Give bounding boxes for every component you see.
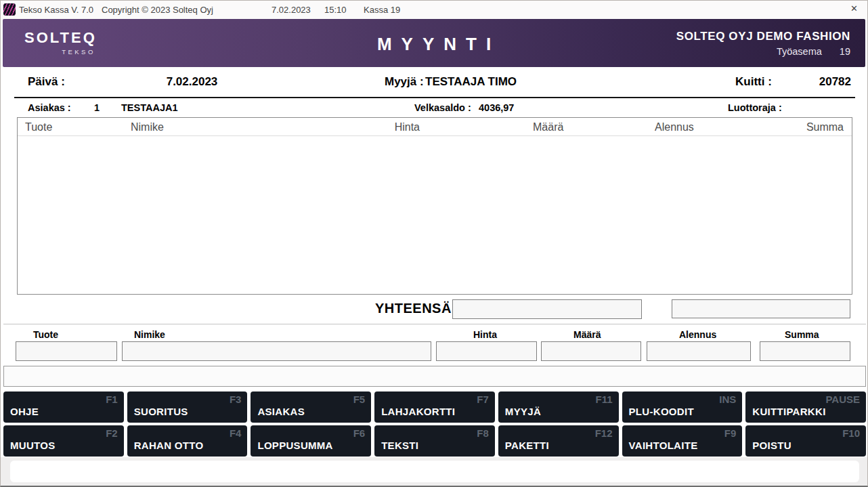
status-strip	[1, 457, 867, 487]
total-secondary-box	[672, 299, 850, 318]
tuote-input[interactable]	[16, 341, 117, 361]
date-label: Päivä :	[28, 75, 65, 89]
credit-limit-label: Luottoraja :	[728, 102, 782, 113]
button-key: F1	[106, 394, 118, 405]
workstation-label: Työasema	[777, 46, 822, 57]
header-store-block: SOLTEQ OYJ DEMO FASHION Työasema 19	[676, 30, 850, 57]
entry-label-summa: Summa	[785, 329, 819, 340]
command-input[interactable]	[3, 366, 866, 387]
status-bar	[10, 461, 859, 482]
alennus-input[interactable]	[647, 341, 751, 361]
entry-label-alennus: Alennus	[679, 329, 716, 340]
button-key: F2	[106, 427, 118, 439]
seller-value: TESTAAJA TIMO	[425, 75, 517, 89]
app-header: SOLTEQ TEKSO MYYNTI SOLTEQ OYJ DEMO FASH…	[3, 19, 865, 67]
button-paketti[interactable]: PAKETTI F12	[498, 425, 619, 457]
button-key: PAUSE	[825, 394, 860, 405]
button-label: LAHJAKORTTI	[381, 406, 455, 417]
button-label: LOPPUSUMMA	[257, 440, 332, 451]
divider	[14, 97, 855, 98]
receipt-label: Kuitti :	[735, 75, 772, 89]
entry-label-maara: Määrä	[573, 329, 601, 340]
total-label: YHTEENSÄ	[375, 301, 452, 316]
entry-label-nimike: Nimike	[134, 329, 165, 340]
button-label: OHJE	[10, 406, 39, 417]
button-muutos[interactable]: MUUTOS F2	[3, 425, 124, 457]
app-window: Tekso Kassa V. 7.0 Copyright © 2023 Solt…	[0, 0, 868, 487]
debt-label: Velkasaldo :	[414, 102, 471, 113]
button-teksti[interactable]: TEKSTI F8	[374, 425, 495, 457]
button-label: ASIAKAS	[257, 406, 305, 417]
nimike-input[interactable]	[122, 341, 431, 361]
button-poistu[interactable]: POISTU F10	[745, 425, 866, 457]
button-myyja[interactable]: MYYJÄ F11	[498, 391, 619, 423]
button-rahan-otto[interactable]: RAHAN OTTO F4	[127, 425, 248, 457]
close-icon[interactable]: ✕	[848, 3, 861, 14]
column-nimike: Nimike	[131, 121, 164, 133]
maara-input[interactable]	[541, 341, 641, 361]
workstation-info: Työasema 19	[676, 46, 850, 57]
button-label: POISTU	[752, 440, 791, 451]
button-label: RAHAN OTTO	[134, 440, 204, 451]
app-icon	[3, 3, 16, 16]
customer-number: 1	[94, 102, 100, 113]
customer-name: TESTAAJA1	[121, 102, 178, 113]
button-key: F6	[353, 427, 366, 439]
copyright-text: Copyright © 2023 Solteq Oyj	[102, 5, 213, 15]
button-label: TEKSTI	[381, 440, 418, 451]
app-title: Tekso Kassa V. 7.0	[19, 5, 93, 15]
column-maara: Määrä	[533, 121, 563, 133]
button-suoritus[interactable]: SUORITUS F3	[127, 391, 248, 423]
button-plu-koodit[interactable]: PLU-KOODIT INS	[622, 391, 743, 423]
titlebar-time: 15:10	[324, 5, 347, 15]
seller-label: Myyjä :	[385, 75, 424, 89]
button-label: PAKETTI	[505, 440, 549, 451]
button-kuittiparkki[interactable]: KUITTIPARKKI PAUSE	[745, 391, 866, 423]
button-key: INS	[719, 394, 736, 405]
button-key: F7	[477, 394, 489, 405]
button-key: F3	[230, 394, 242, 405]
workstation-number: 19	[840, 46, 850, 57]
store-name: SOLTEQ OYJ DEMO FASHION	[676, 30, 850, 43]
table-header-row: Tuote Nimike Hinta Määrä Alennus Summa	[18, 118, 852, 136]
button-lahjakortti[interactable]: LAHJAKORTTI F7	[374, 391, 495, 423]
button-vaihtolaite[interactable]: VAIHTOLAITE F9	[622, 425, 743, 457]
button-key: F10	[842, 427, 860, 439]
column-hinta: Hinta	[378, 121, 420, 133]
button-key: F8	[477, 427, 489, 439]
button-key: F5	[353, 394, 366, 405]
button-key: F9	[724, 427, 737, 439]
button-label: MUUTOS	[10, 440, 56, 451]
titlebar-date: 7.02.2023	[272, 5, 311, 15]
entry-label-hinta: Hinta	[473, 329, 497, 340]
button-loppusumma[interactable]: LOPPUSUMMA F6	[251, 425, 371, 457]
entry-label-tuote: Tuote	[33, 329, 58, 340]
button-label: MYYJÄ	[505, 406, 541, 417]
sale-lines-table: Tuote Nimike Hinta Määrä Alennus Summa	[17, 117, 852, 295]
summa-input[interactable]	[760, 341, 850, 361]
button-label: PLU-KOODIT	[629, 406, 694, 417]
register-number: Kassa 19	[364, 5, 400, 15]
divider	[3, 324, 866, 324]
debt-value: 4036,97	[479, 102, 514, 113]
button-key: F4	[230, 427, 242, 439]
column-summa: Summa	[806, 121, 844, 133]
button-label: VAIHTOLAITE	[629, 440, 698, 451]
button-key: F12	[595, 427, 613, 439]
button-ohje[interactable]: OHJE F1	[3, 391, 124, 423]
button-label: SUORITUS	[134, 406, 188, 417]
button-label: KUITTIPARKKI	[752, 406, 825, 417]
button-key: F11	[596, 394, 613, 405]
receipt-number: 20782	[819, 75, 851, 89]
function-button-grid: OHJE F1 SUORITUS F3 ASIAKAS F5 LAHJAKORT…	[3, 391, 866, 457]
titlebar: Tekso Kassa V. 7.0 Copyright © 2023 Solt…	[1, 1, 867, 19]
total-value-box	[452, 299, 642, 319]
date-value: 7.02.2023	[143, 75, 241, 89]
customer-label: Asiakas :	[28, 102, 71, 113]
button-asiakas[interactable]: ASIAKAS F5	[251, 391, 371, 423]
column-alennus: Alennus	[655, 121, 694, 133]
column-tuote: Tuote	[25, 121, 52, 133]
hinta-input[interactable]	[436, 341, 537, 361]
